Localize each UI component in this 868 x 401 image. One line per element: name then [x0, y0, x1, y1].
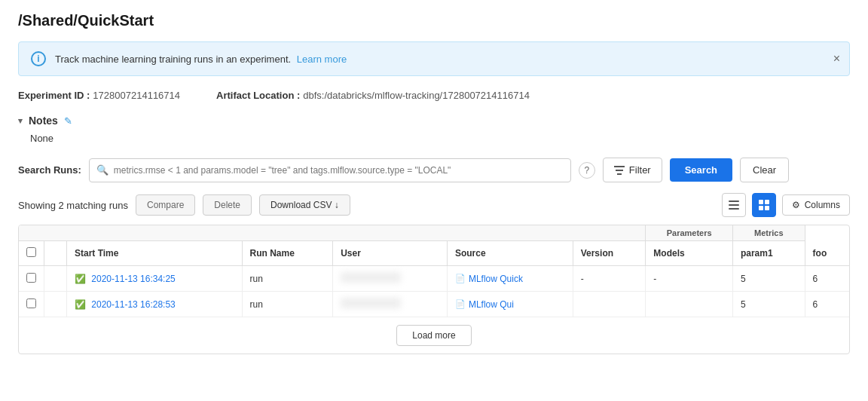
- filter-button[interactable]: Filter: [603, 158, 662, 182]
- list-view-button[interactable]: [722, 193, 746, 217]
- row2-checkbox[interactable]: [26, 298, 36, 308]
- info-icon: i: [31, 51, 46, 66]
- columns-label: Columns: [805, 200, 840, 210]
- table-row: ✅ 2020-11-13 16:34:25 run 📄 MLflow Quick…: [19, 266, 849, 292]
- row2-user-blurred: [341, 298, 401, 308]
- load-more-button[interactable]: Load more: [396, 325, 471, 346]
- row1-source-link[interactable]: MLflow Quick: [469, 274, 523, 284]
- results-left: Showing 2 matching runs Compare Delete D…: [18, 194, 350, 216]
- runs-table-wrapper: Parameters Metrics Start Time Run Name U…: [18, 225, 850, 354]
- svg-rect-2: [729, 208, 739, 210]
- row1-source: 📄 MLflow Quick: [447, 266, 573, 292]
- table-row: ✅ 2020-11-13 16:28:53 run 📄 MLflow Qui 5: [19, 292, 849, 317]
- row1-status-icon: ✅: [75, 274, 86, 284]
- row2-source: 📄 MLflow Qui: [447, 292, 573, 317]
- group-header-row: Parameters Metrics: [19, 225, 849, 241]
- download-csv-button[interactable]: Download CSV ↓: [259, 194, 350, 216]
- row1-source-icon: 📄: [455, 274, 466, 283]
- row1-run-link[interactable]: 2020-11-13 16:34:25: [91, 274, 175, 284]
- search-runs-label: Search Runs:: [18, 164, 81, 176]
- load-more-row: Load more: [19, 317, 849, 354]
- grid-view-icon: [759, 200, 769, 210]
- experiment-id-value: 1728007214116714: [93, 90, 180, 101]
- row1-models: -: [646, 266, 733, 292]
- info-banner: i Track machine learning training runs i…: [18, 41, 850, 76]
- artifact-location-item: Artifact Location : dbfs:/databricks/mlf…: [216, 90, 530, 101]
- row1-expand: [44, 266, 67, 292]
- notes-header: ▾ Notes ✎: [18, 115, 850, 127]
- experiment-id-item: Experiment ID : 1728007214116714: [18, 90, 180, 101]
- runs-table: Parameters Metrics Start Time Run Name U…: [19, 225, 849, 354]
- notes-label: Notes: [29, 115, 58, 127]
- select-all-checkbox[interactable]: [26, 247, 36, 257]
- svg-rect-0: [729, 200, 739, 202]
- row2-models: [646, 292, 733, 317]
- row2-run-link[interactable]: 2020-11-13 16:28:53: [91, 299, 175, 310]
- row2-source-link[interactable]: MLflow Qui: [469, 299, 514, 310]
- group-header-parameters: Parameters: [646, 225, 733, 241]
- th-models: Models: [646, 241, 733, 266]
- row2-status-icon: ✅: [75, 299, 86, 310]
- row1-foo: 6: [805, 266, 849, 292]
- search-runs-row: Search Runs: 🔍 ? Filter Search Clear: [18, 158, 850, 182]
- th-foo: foo: [805, 241, 849, 266]
- group-header-empty: [19, 225, 646, 241]
- row2-user: [333, 292, 448, 317]
- columns-button[interactable]: ⚙ Columns: [782, 194, 850, 216]
- grid-view-button[interactable]: [752, 193, 776, 217]
- row2-run-name: run: [242, 292, 333, 317]
- delete-button[interactable]: Delete: [203, 194, 252, 216]
- th-param1: param1: [732, 241, 805, 266]
- row1-version: -: [573, 266, 646, 292]
- load-more-cell: Load more: [19, 317, 849, 354]
- artifact-location-label: Artifact Location :: [216, 90, 300, 101]
- filter-label: Filter: [629, 164, 651, 176]
- row2-checkbox-cell: [19, 292, 44, 317]
- column-header-row: Start Time Run Name User Source Version …: [19, 241, 849, 266]
- th-expand: [44, 241, 67, 266]
- page-title: /Shared/QuickStart: [18, 12, 850, 29]
- svg-rect-1: [729, 204, 739, 206]
- th-checkbox: [19, 241, 44, 266]
- row1-user: [333, 266, 448, 292]
- th-user: User: [333, 241, 448, 266]
- row1-checkbox-cell: [19, 266, 44, 292]
- search-help-button[interactable]: ?: [579, 162, 595, 179]
- svg-rect-5: [759, 206, 763, 210]
- banner-close-button[interactable]: ×: [833, 53, 840, 65]
- notes-section: ▾ Notes ✎ None: [18, 115, 850, 144]
- search-input-wrapper: 🔍: [89, 158, 571, 182]
- row1-start-time: ✅ 2020-11-13 16:34:25: [67, 266, 243, 292]
- row2-foo: 6: [805, 292, 849, 317]
- row1-run-name: run: [242, 266, 333, 292]
- row2-source-icon: 📄: [455, 299, 466, 309]
- search-icon: 🔍: [96, 164, 108, 176]
- row2-start-time: ✅ 2020-11-13 16:28:53: [67, 292, 243, 317]
- svg-rect-6: [765, 206, 769, 210]
- experiment-id-label: Experiment ID :: [18, 90, 90, 101]
- row2-version: [573, 292, 646, 317]
- svg-rect-3: [759, 200, 763, 204]
- notes-toggle[interactable]: ▾: [18, 116, 23, 126]
- clear-button[interactable]: Clear: [740, 158, 789, 182]
- results-right: ⚙ Columns: [722, 193, 850, 217]
- th-version: Version: [573, 241, 646, 266]
- columns-icon: ⚙: [792, 200, 800, 210]
- row1-checkbox[interactable]: [26, 273, 36, 283]
- group-header-metrics: Metrics: [732, 225, 805, 241]
- experiment-meta: Experiment ID : 1728007214116714 Artifac…: [18, 90, 850, 101]
- th-source: Source: [447, 241, 573, 266]
- filter-icon: [614, 166, 625, 175]
- search-input[interactable]: [89, 158, 571, 182]
- th-start-time: Start Time: [67, 241, 243, 266]
- notes-edit-button[interactable]: ✎: [64, 115, 72, 127]
- svg-rect-4: [765, 200, 769, 204]
- search-button[interactable]: Search: [670, 158, 732, 182]
- results-count: Showing 2 matching runs: [18, 200, 128, 211]
- list-view-icon: [729, 200, 739, 210]
- compare-button[interactable]: Compare: [136, 194, 195, 216]
- learn-more-link[interactable]: Learn more: [297, 54, 347, 65]
- th-run-name: Run Name: [242, 241, 333, 266]
- row1-param1: 5: [732, 266, 805, 292]
- row2-expand: [44, 292, 67, 317]
